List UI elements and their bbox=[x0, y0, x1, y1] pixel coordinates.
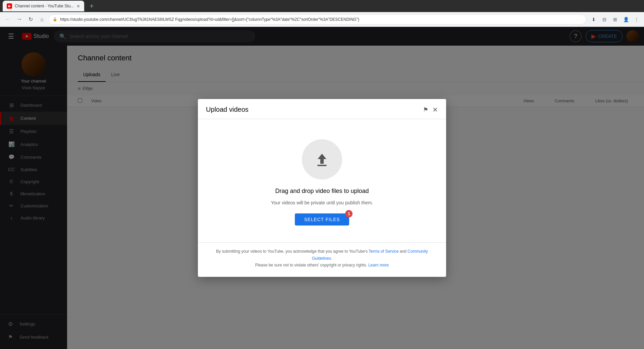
profile-icon[interactable]: 👤 bbox=[621, 15, 631, 24]
download-icon[interactable]: ⬇ bbox=[589, 15, 598, 24]
select-files-badge: 1 bbox=[345, 210, 353, 217]
learn-more-link[interactable]: Learn more bbox=[368, 263, 389, 267]
tab-close-icon[interactable]: ✕ bbox=[76, 4, 80, 9]
new-tab-button[interactable]: + bbox=[87, 1, 96, 11]
footer-middle: and bbox=[398, 249, 408, 254]
footer-line1: By submitting your videos to YouTube, yo… bbox=[206, 248, 438, 262]
reload-button[interactable]: ↻ bbox=[25, 14, 36, 24]
footer-prefix: By submitting your videos to YouTube, yo… bbox=[216, 249, 369, 254]
home-button[interactable]: ⌂ bbox=[37, 14, 47, 24]
tab-favicon: ▶ bbox=[7, 3, 12, 9]
secure-icon: 🔒 bbox=[53, 17, 57, 21]
svg-rect-3 bbox=[317, 165, 327, 166]
select-files-wrapper: SELECT FILES 1 bbox=[295, 213, 350, 226]
extensions-icon[interactable]: ⊞ bbox=[610, 15, 620, 24]
terms-link[interactable]: Terms of Service bbox=[369, 249, 398, 254]
modal-title: Upload videos bbox=[206, 106, 423, 113]
modal-flag-button[interactable]: ⚑ bbox=[423, 106, 428, 113]
app-container: ☰ Studio 🔍 ? ▶ CREATE Your channel Vivek bbox=[0, 27, 644, 349]
upload-main-text: Drag and drop video files to upload bbox=[275, 188, 369, 195]
footer-line2: Please be sure not to violate others' co… bbox=[206, 262, 438, 268]
upload-modal: Upload videos ⚑ ✕ Drag and drop video fi… bbox=[198, 99, 446, 277]
modal-body: Drag and drop video files to upload Your… bbox=[198, 119, 446, 242]
svg-marker-2 bbox=[318, 154, 326, 164]
modal-footer: By submitting your videos to YouTube, yo… bbox=[198, 242, 446, 277]
forward-button[interactable]: → bbox=[14, 14, 24, 24]
bookmarks-icon[interactable]: ⊟ bbox=[600, 15, 609, 24]
modal-overlay: Upload videos ⚑ ✕ Drag and drop video fi… bbox=[0, 27, 644, 349]
browser-tab[interactable]: ▶ Channel content - YouTube Stu... ✕ bbox=[3, 1, 84, 11]
select-files-button[interactable]: SELECT FILES bbox=[295, 213, 350, 226]
upload-arrow-icon bbox=[314, 151, 330, 168]
address-bar[interactable]: 🔒 https://studio.youtube.com/channel/UC3… bbox=[48, 14, 586, 24]
modal-header: Upload videos ⚑ ✕ bbox=[198, 99, 446, 119]
browser-toolbar: ← → ↻ ⌂ 🔒 https://studio.youtube.com/cha… bbox=[0, 12, 644, 27]
modal-header-actions: ⚑ ✕ bbox=[423, 106, 438, 113]
tab-title: Channel content - YouTube Stu... bbox=[15, 4, 74, 8]
menu-icon[interactable]: ⋮ bbox=[632, 15, 641, 24]
modal-close-button[interactable]: ✕ bbox=[432, 106, 438, 113]
back-button[interactable]: ← bbox=[3, 14, 13, 24]
footer-suffix: . bbox=[331, 256, 332, 261]
browser-tab-bar: ▶ Channel content - YouTube Stu... ✕ + bbox=[0, 0, 644, 12]
footer-copyright-text: Please be sure not to violate others' co… bbox=[255, 263, 368, 267]
upload-sub-text: Your videos will be private until you pu… bbox=[271, 200, 373, 205]
upload-icon-circle bbox=[302, 139, 342, 180]
address-text: https://studio.youtube.com/channel/UC3Iu… bbox=[60, 17, 582, 22]
